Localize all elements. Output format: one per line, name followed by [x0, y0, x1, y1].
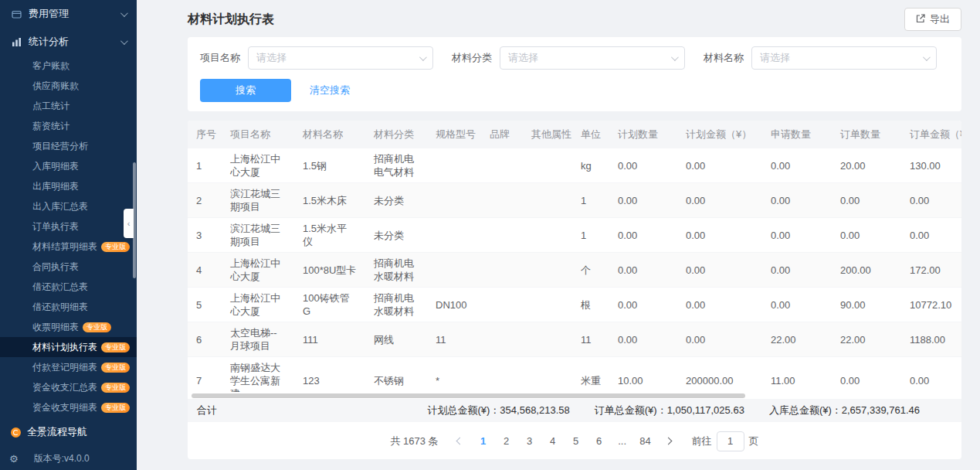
page-number-button[interactable]: 3 [521, 431, 539, 451]
sidebar-item[interactable]: 资金收支明细表专业版 [0, 397, 137, 417]
chevron-down-icon [923, 53, 931, 61]
table-cell: 172.00 [901, 253, 961, 288]
sidebar-item[interactable]: 借还款汇总表 [0, 277, 137, 297]
table-cell [523, 253, 572, 288]
filter-field: 材料名称请选择 [704, 46, 937, 70]
filter-select[interactable]: 请选择 [751, 46, 937, 70]
filter-actions: 搜索 清空搜索 [200, 79, 949, 102]
export-button[interactable]: 导出 [904, 8, 961, 31]
pagination-total: 共 1673 条 [390, 434, 438, 448]
gear-icon[interactable]: ⚙ [9, 453, 19, 465]
page-number-button[interactable]: 2 [497, 431, 516, 451]
table-row[interactable]: 6太空电梯--月球项目111网线11110.000.0022.0022.0011… [188, 322, 961, 357]
page-number-button[interactable]: 1 [474, 431, 493, 451]
sidebar-item-panorama-nav[interactable]: 全景流程导航 [0, 417, 137, 447]
table-cell: 0.00 [901, 183, 961, 218]
table-cell [481, 183, 523, 218]
sidebar-item-label: 全景流程导航 [27, 425, 87, 439]
summary-total: 计划总金额(¥)：354,568,213.58 [427, 404, 569, 417]
sidebar-item[interactable]: 点工统计 [0, 96, 137, 116]
sidebar-collapse-handle[interactable]: ‹ [124, 209, 134, 238]
table-row[interactable]: 4上海松江中心大厦100*8U型卡招商机电 水暖材料个0.000.000.002… [188, 253, 961, 288]
table-cell: 6 [188, 322, 222, 357]
sidebar-item[interactable]: 借还款明细表 [0, 297, 137, 317]
table-cell [523, 183, 572, 218]
sidebar-item-label: 薪资统计 [32, 120, 70, 133]
table-cell: 22.00 [832, 322, 901, 357]
page-number-button[interactable]: 4 [544, 431, 562, 451]
table-cell [481, 218, 523, 253]
pro-badge: 专业版 [83, 322, 111, 332]
table-row[interactable]: 3滨江花城三期项目1.5米水平仪未分类10.000.000.000.000.00 [188, 218, 961, 253]
table-cell: 0.00 [762, 253, 832, 288]
sidebar-item[interactable]: 合同执行表 [0, 257, 137, 277]
page-number-button[interactable]: 6 [590, 431, 609, 451]
pro-badge: 专业版 [101, 383, 130, 393]
horizontal-scrollbar-thumb[interactable] [192, 393, 745, 398]
table-row[interactable]: 5上海松江中心大厦100铸铁管G招商机电 水暖材料DN100根0.000.000… [188, 288, 961, 322]
sidebar-item[interactable]: 订单执行表 [0, 216, 137, 237]
table-cell: 0.00 [609, 183, 677, 218]
table-cell: 123 [294, 357, 365, 393]
table-cell: 招商机电 水暖材料 [365, 253, 427, 288]
page-goto: 前往 页 [692, 431, 759, 451]
search-button[interactable]: 搜索 [200, 79, 291, 102]
clear-search-button[interactable]: 清空搜索 [310, 83, 350, 97]
chevron-down-icon [120, 9, 128, 17]
filter-fields: 项目名称请选择材料分类请选择材料名称请选择 [200, 46, 949, 70]
table-cell: 0.00 [762, 218, 832, 253]
sidebar-item[interactable]: 出入库汇总表 [0, 196, 137, 216]
sidebar-item[interactable]: 客户账款 [0, 56, 137, 76]
sidebar-item[interactable]: 资金收支汇总表专业版 [0, 377, 137, 397]
next-page-button[interactable] [660, 431, 678, 451]
table-cell: 0.00 [832, 183, 901, 218]
table-cell: 0.00 [609, 148, 677, 183]
sidebar-item[interactable]: 薪资统计 [0, 116, 137, 136]
panorama-icon [11, 427, 21, 438]
fee-icon [11, 9, 22, 19]
table-row[interactable]: 1上海松江中心大厦1.5钢招商机电 电气材料kg0.000.000.0020.0… [188, 148, 961, 183]
table-cell [481, 322, 523, 357]
table-cell: 未分类 [365, 218, 427, 253]
table-cell [481, 288, 523, 322]
chevron-down-icon [120, 37, 128, 45]
sidebar-item-statistics[interactable]: 统计分析 [0, 28, 137, 56]
table-cell: 3 [188, 218, 222, 253]
pro-badge: 专业版 [101, 242, 130, 252]
column-header: 计划数量 [609, 121, 677, 148]
column-header: 申请数量 [762, 121, 832, 148]
sidebar-item[interactable]: 项目经营分析 [0, 136, 137, 156]
table-row[interactable]: 2滨江花城三期项目1.5米木床未分类10.000.000.000.000.00 [188, 183, 961, 218]
sidebar-item[interactable]: 供应商账款 [0, 76, 137, 96]
prev-page-button[interactable] [451, 431, 470, 451]
table-cell: 上海松江中心大厦 [222, 288, 294, 322]
table-cell: 130.00 [901, 148, 961, 183]
filter-field: 项目名称请选择 [200, 46, 433, 70]
sidebar-item[interactable]: 收票明细表专业版 [0, 317, 137, 337]
table-cell: 0.00 [677, 183, 762, 218]
column-header: 项目名称 [222, 121, 294, 148]
table-cell: 1.5米木床 [294, 183, 365, 218]
sidebar-item[interactable]: 出库明细表 [0, 176, 137, 196]
sidebar-item[interactable]: 材料计划执行表专业版 [0, 337, 137, 357]
table-cell [427, 253, 481, 288]
filter-select[interactable]: 请选择 [248, 46, 433, 70]
sidebar-item[interactable]: 付款登记明细表专业版 [0, 357, 137, 377]
table-cell: 20.00 [832, 148, 901, 183]
table-cell: 10.00 [609, 357, 677, 393]
filter-select[interactable]: 请选择 [500, 46, 685, 70]
table-scroll-area[interactable]: 序号项目名称材料名称材料分类规格型号品牌其他属性单位计划数量计划金额（¥）申请数… [188, 121, 961, 392]
page-number-button[interactable]: 5 [567, 431, 585, 451]
sidebar-item[interactable]: 材料结算明细表专业版 [0, 237, 137, 257]
sidebar-item-fee-management[interactable]: 费用管理 [0, 0, 137, 28]
sidebar-item[interactable]: 入库明细表 [0, 156, 137, 176]
page-goto-input[interactable] [717, 431, 744, 451]
table-cell: 11 [572, 322, 609, 357]
table-row[interactable]: 7南钢盛达大学生公寓新建123不锈钢*米重10.00200000.0011.00… [188, 357, 961, 393]
table-cell [427, 183, 481, 218]
page-number-button[interactable]: 84 [636, 431, 655, 451]
page-header: 材料计划执行表 导出 [188, 6, 961, 32]
table-cell: 南钢盛达大学生公寓新建 [222, 357, 294, 393]
table-cell: 0.00 [832, 218, 901, 253]
table-cell: 上海松江中心大厦 [222, 253, 294, 288]
